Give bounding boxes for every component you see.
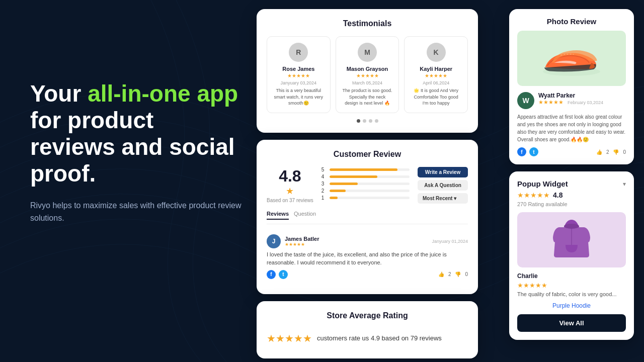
photo-dislike-count: 0 <box>623 149 626 155</box>
date-2: April 06,2024 <box>411 80 461 85</box>
profile-details: Wyatt Parker ★★★★★ February 03,2024 <box>538 92 603 106</box>
reviewer-info: J James Batler ★★★★★ <box>267 234 319 248</box>
store-rating-content: ★★★★★ customers rate us 4.9 based on 79 … <box>267 328 468 348</box>
popup-stars-row: ★★★★★ 4.8 <box>517 191 626 199</box>
reviewer-profile: W Wyatt Parker ★★★★★ February 03,2024 <box>517 92 626 109</box>
bar-chart: 5 4 3 2 1 <box>321 167 410 204</box>
testimonial-item-0: R Rose James ★★★★★ Janyuary 03,2024 This… <box>267 36 331 113</box>
profile-stars-date: ★★★★★ February 03,2024 <box>538 99 603 106</box>
photo-vote-row: 👍 2 👎 0 <box>596 149 626 155</box>
photo-review-title: Photo Review <box>517 17 626 26</box>
bar-track-4 <box>330 175 410 178</box>
ask-question-button[interactable]: Ask A Question <box>418 180 468 191</box>
bar-fill-4 <box>330 175 377 178</box>
dot-3[interactable] <box>375 119 378 123</box>
facebook-icon[interactable]: f <box>267 270 276 279</box>
photo-twitter-icon[interactable]: t <box>529 147 538 156</box>
product-reviewer-stars: ★★★★★ <box>517 282 626 289</box>
headline-highlight: all-in-one app <box>88 80 238 107</box>
bar-row-2: 2 <box>321 188 410 194</box>
review-buttons: Write a Review Ask A Question Most Recen… <box>418 167 468 204</box>
write-review-button[interactable]: Write a Review <box>418 167 468 177</box>
social-row: f t 👍 2 👎 0 <box>267 270 468 279</box>
date-1: March 05,2024 <box>342 80 393 85</box>
store-average-rating-title: Store Average Rating <box>267 311 468 320</box>
testimonials-grid: R Rose James ★★★★★ Janyuary 03,2024 This… <box>267 36 468 113</box>
photo-thumbs-down-icon[interactable]: 👎 <box>613 149 619 155</box>
bar-row-3: 3 <box>321 181 410 187</box>
bar-label-2: 2 <box>321 188 327 194</box>
product-link[interactable]: Purple Hoodie <box>517 302 626 309</box>
text-1: The product is soo good. Specially the n… <box>342 87 393 107</box>
twitter-icon[interactable]: t <box>279 270 288 279</box>
bar-fill-3 <box>330 183 358 185</box>
profile-name-row: Wyatt Parker <box>538 92 603 99</box>
thumbs-up-icon[interactable]: 👍 <box>438 272 444 277</box>
review-entry: J James Batler ★★★★★ Janyuary 01,2024 I … <box>267 229 468 284</box>
photo-facebook-icon[interactable]: f <box>517 147 526 156</box>
avatar-kayli: K <box>427 43 446 62</box>
reviewer-name-1: Mason Grayson <box>342 66 393 72</box>
entry-text: I loved the taste of the juice, its exce… <box>267 250 468 267</box>
bar-track-3 <box>330 183 410 185</box>
store-stars: ★★★★★ <box>267 332 312 344</box>
headline: Your all-in-one app for product reviews … <box>30 80 242 187</box>
popup-rating-num: 4.8 <box>553 191 562 199</box>
dot-2[interactable] <box>369 119 372 123</box>
bar-fill-1 <box>330 197 338 199</box>
headline-end: for product reviews and social proof. <box>30 107 235 187</box>
carousel-dots <box>267 119 468 123</box>
bar-row-1: 1 <box>321 195 410 201</box>
stars-0: ★★★★★ <box>273 73 324 78</box>
reviewer-stars: ★★★★★ <box>285 242 319 247</box>
popup-widget-card: Popup Widget ▾ ★★★★★ 4.8 270 Rating avai… <box>509 171 634 340</box>
center-widgets: Testimonials R Rose James ★★★★★ Janyuary… <box>257 9 478 358</box>
popup-title: Popup Widget <box>517 179 568 188</box>
photo-review-card: Photo Review W <box>509 9 634 164</box>
product-image-area <box>517 212 626 267</box>
bar-label-1: 1 <box>321 195 327 201</box>
right-widgets: Photo Review W <box>509 9 634 340</box>
profile-name: Wyatt Parker <box>538 92 575 99</box>
bar-track-5 <box>330 168 410 171</box>
tab-question[interactable]: Question <box>294 211 316 220</box>
based-on: Based on 37 reviews <box>267 198 313 203</box>
photo-thumbs-up-icon[interactable]: 👍 <box>596 149 602 155</box>
popup-stars: ★★★★★ <box>517 191 550 199</box>
customer-review-widget: Customer Review 4.8 ★ Based on 37 review… <box>257 140 478 294</box>
photo-social-row: f t 👍 2 👎 0 <box>517 147 626 156</box>
thumbs-down-icon[interactable]: 👎 <box>455 272 461 277</box>
date-0: Janyuary 03,2024 <box>273 80 324 85</box>
big-rating: 4.8 ★ Based on 37 reviews <box>267 167 313 204</box>
product-name: Charlie <box>517 273 626 280</box>
bar-row-5: 5 <box>321 167 410 172</box>
big-star: ★ <box>267 186 313 197</box>
profile-review-text: Appears attractive at first look also gr… <box>517 113 626 143</box>
testimonials-widget: Testimonials R Rose James ★★★★★ Janyuary… <box>257 9 478 133</box>
dot-0[interactable] <box>357 119 360 123</box>
text-2: 🌟 It is good And Very Comfortable Too go… <box>411 87 461 107</box>
big-number: 4.8 <box>267 167 313 186</box>
hero-subtext: Rivyo helps to maximize sales with effec… <box>30 199 242 225</box>
tab-reviews[interactable]: Reviews <box>267 211 289 220</box>
bar-row-4: 4 <box>321 174 410 179</box>
profile-date: February 03,2024 <box>568 100 603 105</box>
dot-1[interactable] <box>363 119 366 123</box>
profile-avatar: W <box>517 92 534 109</box>
hero-section: Your all-in-one app for product reviews … <box>30 80 242 225</box>
stars-1: ★★★★★ <box>342 73 393 78</box>
customer-review-title: Customer Review <box>267 150 468 159</box>
store-text: customers rate us 4.9 based on 79 review… <box>317 334 442 342</box>
reviewer-row: J James Batler ★★★★★ Janyuary 01,2024 <box>267 234 468 248</box>
chevron-down-icon[interactable]: ▾ <box>623 180 626 188</box>
review-summary: 4.8 ★ Based on 37 reviews 5 4 3 2 <box>267 167 468 204</box>
reviewer-name-2: Kayli Harper <box>411 66 461 72</box>
most-recent-button[interactable]: Most Recent ▾ <box>418 193 468 204</box>
avatar-rose: R <box>289 43 308 62</box>
headline-start: Your <box>30 80 88 107</box>
reviewer-name-sm: James Batler <box>285 236 319 242</box>
bar-label-3: 3 <box>321 181 327 187</box>
dislike-count: 0 <box>465 272 468 277</box>
view-all-button[interactable]: View All <box>517 314 626 332</box>
reviewer-avatar: J <box>267 234 281 248</box>
